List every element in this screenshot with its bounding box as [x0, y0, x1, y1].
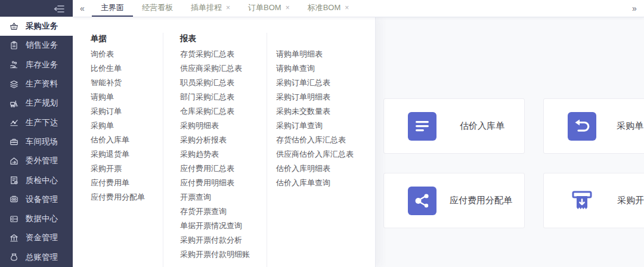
menu-item[interactable]: 采购开票付款分析 [180, 233, 264, 247]
menu-item[interactable]: 请购单明细表 [276, 47, 371, 61]
tab-standard-bom[interactable]: 标准BOM × [299, 0, 358, 17]
card-label: 估价入库单 [460, 120, 504, 132]
close-icon[interactable]: × [286, 4, 290, 11]
menu-item[interactable]: 应付费用汇总表 [180, 162, 264, 176]
sidebar-item-inventory[interactable]: 库存业务 [0, 55, 73, 74]
menu-item[interactable]: 采购明细表 [180, 119, 264, 133]
sidebar-item-label: 质检中心 [26, 175, 58, 186]
menu-item[interactable]: 采购退货单 [91, 147, 159, 162]
forklift-icon [9, 98, 19, 108]
house-arrow-icon [9, 156, 19, 166]
sidebar-item-production-planning[interactable]: 生产规划 [0, 94, 73, 113]
sidebar-item-purchasing[interactable]: 采购业务 [0, 17, 73, 36]
sidebar-item-label: 库存业务 [26, 60, 58, 70]
sidebar-item-sales[interactable]: 销售业务 [0, 36, 73, 55]
shortcut-card-payable-fee-allocation[interactable]: 应付费用分配单 [383, 173, 525, 228]
sidebar-item-label: 委外管理 [26, 156, 58, 166]
basket-icon [9, 21, 19, 32]
menu-item[interactable]: 采购开票付款明细账 [180, 247, 264, 262]
content-area: 单据 询价表比价生单智能补货请购单采购订单采购单估价入库单采购退货单采购开票应付… [73, 17, 644, 267]
menu-column-reports: 报表 存货采购汇总表供应商采购汇总表职员采购汇总表部门采购汇总表仓库采购汇总表采… [180, 32, 264, 262]
shortcut-card-purchase-invoicing[interactable]: 采购开票 [543, 173, 644, 228]
menu-item[interactable]: 存货开票查询 [180, 204, 264, 219]
menu-item[interactable]: 供应商估价入库汇总表 [276, 147, 371, 162]
close-icon[interactable]: × [345, 4, 349, 11]
menu-item[interactable]: 存货采购汇总表 [180, 47, 264, 61]
bank-icon [9, 233, 19, 243]
sidebar-item-funds[interactable]: 资金管理 [0, 228, 73, 247]
menu-item[interactable]: 部门采购汇总表 [180, 90, 264, 104]
menu-item[interactable]: 仓库采购汇总表 [180, 104, 264, 119]
menu-item[interactable]: 应付费用分配单 [91, 190, 159, 204]
menu-item[interactable]: 采购趋势表 [180, 147, 264, 162]
menu-item[interactable]: 职员采购汇总表 [180, 76, 264, 90]
menu-item[interactable]: 智能补货 [91, 76, 159, 90]
menu-item[interactable]: 比价生单 [91, 61, 159, 76]
sidebar-item-label: 采购业务 [26, 21, 58, 32]
sidebar-item-outsourcing[interactable]: 委外管理 [0, 151, 73, 170]
tab-bar: « 主界面 经营看板 插单排程 × 订单BOM × 标准BOM × » [73, 0, 644, 17]
tab-order-bom[interactable]: 订单BOM × [239, 0, 299, 17]
tabs-scroll-left-icon[interactable]: « [73, 0, 92, 17]
menu-header-reports: 报表 [180, 32, 264, 46]
documents-list: 询价表比价生单智能补货请购单采购订单采购单估价入库单采购退货单采购开票应付费用单… [91, 47, 159, 204]
sidebar-item-general-ledger[interactable]: 总账管理 [0, 248, 73, 267]
sidebar-item-label: 车间现场 [26, 136, 58, 147]
sidebar-item-production-data[interactable]: 生产资料 [0, 74, 73, 94]
menu-item[interactable]: 估价入库单查询 [276, 176, 371, 190]
tab-label: 标准BOM [308, 2, 341, 13]
card-label: 应付费用分配单 [450, 195, 512, 206]
menu-item[interactable]: 估价入库明细表 [276, 162, 371, 176]
menu-item[interactable]: 应付费用单 [91, 176, 159, 190]
menu-item[interactable]: 采购订单 [91, 104, 159, 119]
sidebar-item-equipment[interactable]: 设备管理 [0, 190, 73, 209]
menu-item[interactable]: 采购分析报表 [180, 133, 264, 147]
menu-item[interactable]: 采购开票 [91, 162, 159, 176]
menu-item[interactable]: 存货估价入库汇总表 [276, 133, 371, 147]
invoice-out-icon [568, 187, 596, 215]
sidebar-item-label: 数据中心 [26, 213, 58, 224]
reports-list: 存货采购汇总表供应商采购汇总表职员采购汇总表部门采购汇总表仓库采购汇总表采购明细… [180, 47, 264, 262]
menu-item[interactable]: 开票查询 [180, 190, 264, 204]
tabs-scroll-right-icon[interactable]: » [625, 0, 644, 17]
tabbar-spacer [358, 0, 625, 17]
card-label: 采购单 [617, 120, 643, 132]
menu-item[interactable]: 请购单查询 [276, 61, 371, 76]
menu-item[interactable]: 询价表 [91, 47, 159, 61]
tab-insert-scheduling[interactable]: 插单排程 × [182, 0, 239, 17]
sidebar-item-label: 生产资料 [26, 79, 58, 89]
tab-label: 订单BOM [248, 2, 281, 13]
sidebar-item-production-release[interactable]: 生产下达 [0, 113, 73, 132]
shortcut-card-estimated-receipt[interactable]: 估价入库单 [383, 98, 525, 154]
trend-chart-icon [9, 117, 19, 128]
menu-item[interactable]: 采购订单汇总表 [276, 76, 371, 90]
sidebar-item-quality-center[interactable]: 质检中心 [0, 170, 73, 190]
menu-item[interactable]: 估价入库单 [91, 133, 159, 147]
list-icon [408, 112, 436, 141]
sidebar-item-label: 销售业务 [26, 40, 58, 51]
sidebar-item-data-center[interactable]: 数据中心 [0, 209, 73, 228]
tab-label: 插单排程 [191, 2, 222, 13]
shortcut-card-purchase-order[interactable]: 采购单 [543, 98, 644, 154]
tab-main-screen[interactable]: 主界面 [92, 0, 133, 17]
menu-item[interactable]: 请购单 [91, 90, 159, 104]
tab-business-dashboard[interactable]: 经营看板 [133, 0, 182, 17]
undo-icon [568, 112, 596, 141]
menu-item[interactable]: 采购订单查询 [276, 119, 371, 133]
menu-item[interactable]: 采购订单明细表 [276, 90, 371, 104]
tab-label: 经营看板 [142, 2, 173, 13]
equipment-icon [9, 194, 19, 204]
menu-item[interactable]: 应付费用明细表 [180, 176, 264, 190]
menu-item[interactable]: 采购单 [91, 119, 159, 133]
clipboard-icon [9, 41, 19, 51]
menu-column-documents: 单据 询价表比价生单智能补货请购单采购订单采购单估价入库单采购退货单采购开票应付… [91, 32, 159, 204]
menu-item[interactable]: 单据开票情况查询 [180, 219, 264, 233]
menu-item[interactable]: 供应商采购汇总表 [180, 61, 264, 76]
menu-item[interactable]: 采购未交数量表 [276, 104, 371, 119]
share-icon [408, 187, 436, 215]
close-icon[interactable]: × [226, 4, 230, 11]
sidebar-item-label: 总账管理 [26, 252, 58, 263]
collapse-sidebar-icon[interactable] [52, 4, 66, 14]
sidebar-item-shopfloor[interactable]: 车间现场 [0, 132, 73, 151]
inspection-doc-icon [9, 175, 19, 185]
